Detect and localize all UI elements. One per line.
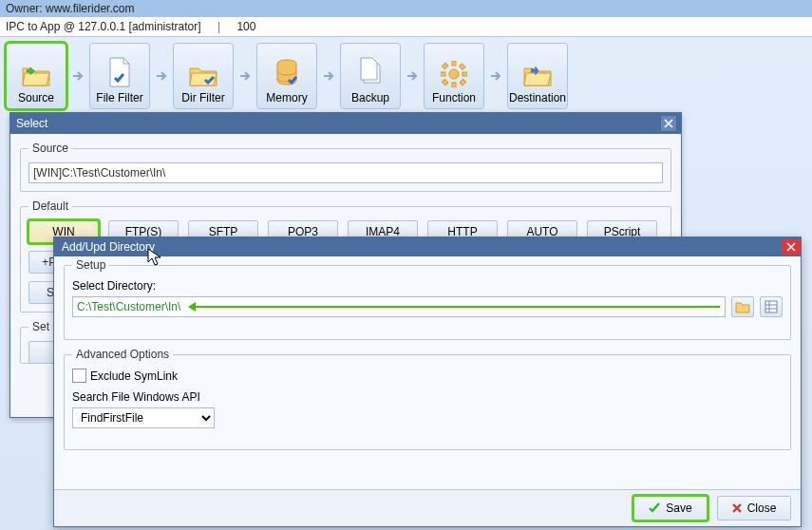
- select-dir-label: Select Directory:: [72, 279, 783, 293]
- svg-point-1: [449, 69, 459, 79]
- toolbar-function[interactable]: Function: [424, 43, 484, 109]
- svg-rect-2: [452, 61, 456, 66]
- select-dialog-title-bar[interactable]: Select: [10, 113, 681, 134]
- x-icon: [732, 503, 742, 513]
- toolbar-label: Dir Filter: [181, 91, 224, 104]
- default-legend: Default: [28, 199, 72, 213]
- setup-legend: Setup: [72, 258, 109, 272]
- gear-icon: [441, 61, 467, 87]
- highlight-arrow-icon: [191, 306, 720, 308]
- source-path-input[interactable]: [28, 162, 663, 183]
- toolbar-label: Destination: [509, 91, 566, 104]
- addupd-title: Add/Upd Directory: [62, 240, 155, 254]
- main-toolbar: Source File Filter Dir Filter Memory: [0, 37, 812, 117]
- search-api-select[interactable]: FindFirstFile: [72, 407, 215, 428]
- status-count: 100: [236, 20, 255, 33]
- folder-icon: [735, 300, 750, 313]
- arrow-icon: [484, 65, 507, 87]
- svg-rect-8: [459, 64, 464, 69]
- advanced-group: Advanced Options Exclude SymLink Search …: [64, 348, 791, 450]
- exclude-symlink-checkbox[interactable]: Exclude SymLink: [72, 369, 783, 383]
- svg-rect-6: [442, 63, 447, 68]
- dialog-footer: Save Close: [54, 489, 801, 526]
- addupd-dialog: Add/Upd Directory Setup Select Directory…: [53, 237, 802, 527]
- toolbar-dir-filter[interactable]: Dir Filter: [173, 43, 234, 109]
- svg-rect-5: [463, 72, 467, 76]
- checkmark-icon: [649, 502, 660, 514]
- svg-rect-10: [765, 301, 777, 312]
- browse-button[interactable]: [731, 296, 754, 317]
- folder-check-icon: [188, 63, 218, 87]
- toolbar-destination[interactable]: Destination: [507, 43, 568, 109]
- toolbar-memory[interactable]: Memory: [256, 43, 317, 109]
- close-icon: [664, 119, 673, 128]
- files-stack-icon: [358, 57, 383, 87]
- arrow-icon: [150, 65, 173, 87]
- arrow-icon: [66, 65, 89, 87]
- svg-rect-9: [442, 79, 447, 85]
- arrow-icon: [234, 65, 256, 87]
- arrow-icon: [317, 65, 340, 87]
- folder-open-icon: [21, 63, 51, 87]
- checkbox-icon: [72, 369, 86, 383]
- status-app: IPC to App @ 127.0.0.1 [administrator]: [6, 20, 201, 33]
- toolbar-label: Source: [18, 91, 54, 104]
- addupd-title-bar[interactable]: Add/Upd Directory: [54, 237, 801, 256]
- toolbar-backup[interactable]: Backup: [340, 43, 401, 109]
- database-icon: [275, 59, 298, 87]
- svg-rect-7: [460, 79, 465, 85]
- arrow-icon: [401, 65, 424, 87]
- source-group: Source: [20, 142, 671, 192]
- toolbar-file-filter[interactable]: File Filter: [89, 43, 150, 109]
- toolbar-label: Function: [432, 91, 476, 104]
- select-dialog-close[interactable]: [660, 115, 677, 132]
- toolbar-source[interactable]: Source: [6, 43, 66, 109]
- search-api-label: Search File Windows API: [72, 390, 783, 404]
- owner-bar: Owner: www.filerider.com: [0, 0, 812, 17]
- source-legend: Source: [28, 142, 72, 155]
- save-button[interactable]: Save: [633, 496, 708, 521]
- addupd-close[interactable]: [782, 239, 801, 255]
- setup-group: Setup Select Directory:: [64, 258, 791, 340]
- toolbar-label: Memory: [266, 91, 307, 104]
- status-bar: IPC to App @ 127.0.0.1 [administrator] |…: [0, 17, 812, 37]
- owner-value: www.filerider.com: [46, 2, 134, 15]
- close-button[interactable]: Close: [717, 496, 791, 521]
- select-dialog-title: Select: [16, 117, 47, 130]
- advanced-legend: Advanced Options: [72, 348, 173, 361]
- folder-in-icon: [522, 63, 553, 87]
- close-icon: [786, 242, 796, 252]
- toolbar-label: Backup: [351, 91, 389, 104]
- svg-rect-4: [441, 72, 445, 76]
- file-check-icon: [107, 57, 132, 87]
- svg-rect-3: [452, 83, 456, 87]
- owner-label: Owner:: [6, 2, 43, 15]
- list-view-button[interactable]: [760, 296, 783, 317]
- list-icon: [765, 300, 778, 313]
- set-legend: Set: [28, 320, 53, 333]
- toolbar-label: File Filter: [96, 91, 142, 104]
